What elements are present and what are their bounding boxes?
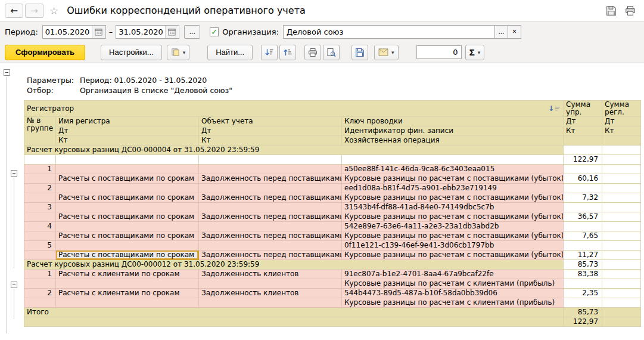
report-cell[interactable]: 1 [24,165,56,174]
report-cell[interactable] [602,184,641,193]
object-kt-header-cell[interactable]: Кт [199,136,342,146]
report-cell[interactable]: Курсовые разницы по расчетам с поставщик… [342,193,564,203]
report-cell[interactable] [56,222,199,231]
print-report-button[interactable] [304,45,321,60]
report-cell[interactable] [199,298,342,308]
organization-more-button[interactable]: ... [495,25,508,39]
report-cell[interactable]: 122,97 [564,317,602,327]
report-cell[interactable]: 36,57 [564,212,602,222]
report-cell[interactable] [602,317,641,327]
num-in-group-header-cell[interactable]: № в группе [24,117,56,146]
report-cell[interactable]: 122,97 [564,155,602,165]
report-cell[interactable] [24,231,56,241]
report-cell[interactable] [564,184,602,193]
empty-header-cell[interactable] [602,136,641,146]
report-cell[interactable] [602,203,641,212]
report-cell[interactable]: 4 [24,222,56,231]
parameters-row[interactable]: Параметры: Период: 01.05.2020 - 31.05.20… [27,75,644,85]
report-cell[interactable]: 7,32 [564,193,602,203]
report-cell[interactable] [56,279,199,289]
report-cell[interactable] [602,260,641,270]
print-preview-button[interactable] [323,45,340,60]
report-cell[interactable] [56,298,199,308]
empty-header-cell[interactable] [564,136,602,146]
report-cell[interactable] [602,165,641,174]
report-cell[interactable]: 1 [24,270,56,279]
print-button[interactable] [623,4,638,18]
report-cell[interactable]: Задолженность перед поставщиками [199,231,342,241]
report-cell[interactable] [602,270,641,279]
report-cell[interactable] [199,279,342,289]
report-cell[interactable] [602,231,641,241]
report-cell[interactable] [342,155,564,165]
report-cell[interactable] [199,155,342,165]
period-more-button[interactable]: ... [184,25,200,39]
report-cell[interactable]: 91ec807a-b1e2-4701-8aa4-67a9bcaf22fe [342,270,564,279]
report-cell[interactable]: Расчеты с клиентами по срокам [56,289,199,298]
report-cell[interactable]: Задолженность клиентов [199,289,342,298]
favorite-star-icon[interactable]: ☆ [49,5,58,17]
total-label-cell[interactable]: Итого [24,308,564,317]
report-cell[interactable]: 2 [24,289,56,298]
report-cell[interactable] [602,212,641,222]
report-cell[interactable]: 31543b4f-df88-41ad-84e0-74149dbc5c7b [342,203,564,212]
sum-function-button[interactable]: Σ ▾ [465,45,485,60]
date-from-calendar-button[interactable] [92,26,105,38]
report-cell[interactable] [199,222,342,231]
generate-button[interactable]: Сформировать [5,45,85,60]
report-cell[interactable] [602,155,641,165]
report-cell[interactable]: Курсовые разницы по расчетам с клиентами… [342,298,564,308]
report-cell[interactable] [56,184,199,193]
report-cell[interactable] [564,241,602,251]
report-cell[interactable]: Задолженность перед поставщиками [199,174,342,184]
save-report-button[interactable] [351,45,368,60]
sum-regl-dt-header-cell[interactable]: Дт [602,117,641,126]
organization-input[interactable] [283,25,495,39]
find-button[interactable]: Найти... [207,45,253,60]
report-cell[interactable] [24,298,56,308]
report-cell[interactable] [602,251,641,260]
report-cell[interactable]: 85,73 [564,260,602,270]
report-cell[interactable] [56,155,199,165]
report-cell[interactable] [564,203,602,212]
register-name-header-cell[interactable]: Имя регистра [56,117,199,126]
report-cell[interactable]: Курсовые разницы по расчетам с поставщик… [342,212,564,222]
report-cell[interactable] [602,298,641,308]
report-cell[interactable] [602,279,641,289]
report-cell[interactable] [199,203,342,212]
report-cell[interactable] [564,165,602,174]
report-cell[interactable] [56,241,199,251]
selection-row[interactable]: Отбор: Организация В списке "Деловой сою… [27,85,644,95]
report-cell[interactable]: 11,27 [564,251,602,260]
report-cell[interactable] [602,174,641,184]
report-cell[interactable]: a50ee88f-141c-46da-9ca8-6c3403eaa015 [342,165,564,174]
report-group-toggle[interactable] [4,69,10,76]
operation-header-cell[interactable]: Хозяйственная операция [342,136,564,146]
report-cell[interactable] [564,298,602,308]
back-button[interactable]: ← [5,4,23,18]
report-cell[interactable]: Курсовые разницы по расчетам с поставщик… [342,231,564,241]
quick-sum-field[interactable] [416,45,462,59]
report-cell[interactable]: Задолженность клиентов [199,270,342,279]
date-to-calendar-button[interactable] [165,26,178,38]
register-kt-header-cell[interactable]: Кт [56,136,199,146]
report-cell[interactable] [24,155,56,165]
report-cell[interactable] [24,317,564,327]
report-cell[interactable]: Курсовые разницы по расчетам с поставщик… [342,174,564,184]
group-header-cell[interactable]: Расчет курсовых разниц ДС00-000012 от 31… [24,260,564,270]
report-cell[interactable]: Расчеты с клиентами по срокам [56,270,199,279]
report-cell[interactable]: Задолженность перед поставщиками [199,251,342,260]
date-to-input[interactable] [116,26,165,38]
report-cell[interactable]: 3 [24,203,56,212]
send-email-button[interactable]: ▾ [374,45,399,60]
report-cell[interactable] [24,279,56,289]
sum-upr-header-cell[interactable]: Сумма упр. [564,101,602,117]
report-cell[interactable]: Расчеты с поставщиками по срокам [56,174,199,184]
report-variants-button[interactable]: ▾ [167,45,190,60]
forward-button[interactable]: → [25,4,43,18]
save-button[interactable] [603,4,619,18]
report-cell[interactable]: 5 [24,241,56,251]
report-cell[interactable]: 60,16 [564,174,602,184]
sum-upr-dt-header-cell[interactable]: Дт [564,117,602,126]
report-cell[interactable]: Задолженность перед поставщиками [199,193,342,203]
